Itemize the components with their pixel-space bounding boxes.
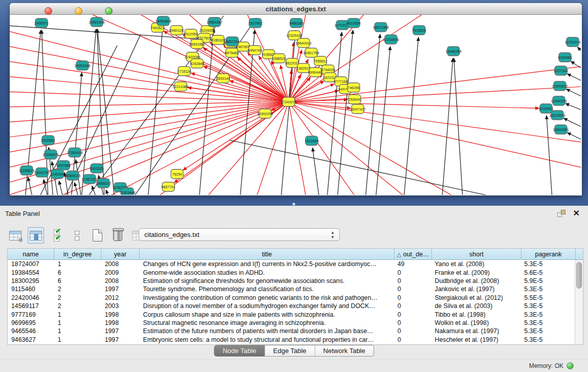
table-row[interactable]: 1938455462009Genome-wide association stu…	[8, 268, 575, 276]
graph-edge[interactable]	[567, 89, 581, 102]
graph-edge[interactable]	[230, 140, 486, 195]
graph-edge[interactable]	[289, 102, 460, 195]
float-panel-icon[interactable]	[557, 210, 565, 217]
table-row[interactable]: 1872400712008Changes of HCN gene express…	[8, 260, 575, 268]
graph-node[interactable]: 2718126	[177, 67, 191, 76]
graph-edge[interactable]	[404, 37, 419, 195]
unselect-all-columns-button[interactable]	[69, 227, 85, 244]
graph-node[interactable]: 7515526	[412, 26, 426, 35]
graph-node[interactable]: 12218596	[383, 35, 399, 44]
graph-node[interactable]: 7955812	[313, 56, 327, 65]
tab-network-table[interactable]: Network Table	[315, 345, 374, 356]
tab-edge-table[interactable]: Edge Table	[265, 345, 315, 356]
network-canvas[interactable]: 1724007118300295746382289601288912954232…	[10, 15, 581, 195]
graph-node[interactable]: 9242848	[190, 59, 204, 68]
column-header-title[interactable]: title	[140, 249, 395, 260]
table-row[interactable]: 946362711997Embryonic stem cells: a mode…	[8, 336, 575, 344]
graph-node[interactable]: 1145194	[51, 169, 64, 179]
graph-node[interactable]: 8215953	[539, 104, 553, 113]
graph-node[interactable]: 20891406	[89, 17, 104, 27]
tab-node-table[interactable]: Node Table	[214, 345, 265, 356]
graph-node[interactable]: 16961758	[303, 48, 319, 57]
graph-node[interactable]: 17359924	[67, 148, 82, 157]
graph-edge[interactable]	[10, 102, 289, 153]
graph-edge[interactable]	[568, 74, 581, 86]
delete-column-button[interactable]	[110, 227, 126, 244]
graph-node[interactable]: 16543382	[189, 39, 205, 49]
graph-node[interactable]: 9329966	[558, 53, 572, 62]
graph-node[interactable]: 18640910	[295, 38, 311, 48]
create-column-button[interactable]	[89, 227, 105, 244]
graph-node[interactable]: 8454749	[248, 46, 262, 55]
graph-node[interactable]: 9227343	[554, 66, 568, 75]
graph-edge[interactable]	[10, 102, 289, 107]
graph-edge[interactable]	[547, 116, 552, 195]
graph-node[interactable]: 746266	[347, 83, 360, 92]
graph-node[interactable]: 1588520	[272, 54, 286, 63]
graph-node[interactable]: 9857791	[161, 182, 175, 191]
graph-node[interactable]: 12093832	[552, 81, 568, 91]
graph-node[interactable]: 2620651	[41, 136, 55, 145]
graph-node[interactable]: 9097588	[56, 161, 70, 170]
graph-edge[interactable]	[289, 102, 307, 195]
graph-edge[interactable]	[454, 58, 463, 195]
table-row[interactable]: 946554611997Estimation of the future num…	[8, 327, 575, 335]
graph-node[interactable]: 18300295	[257, 109, 273, 118]
graph-edge[interactable]	[327, 32, 342, 195]
graph-node[interactable]: 11156829	[19, 166, 34, 175]
graph-edge[interactable]	[289, 86, 581, 102]
table-scrollbar[interactable]	[575, 260, 583, 344]
show-columns-button[interactable]	[28, 227, 44, 244]
graph-node[interactable]: 9875685	[225, 48, 238, 57]
graph-node[interactable]: 16671388	[373, 23, 388, 32]
graph-node[interactable]: 20206576	[42, 150, 58, 159]
graph-node[interactable]: 13942757	[34, 168, 50, 177]
graph-edge[interactable]	[442, 58, 453, 195]
table-row[interactable]: 1456911722003Disruption of a novel membe…	[8, 302, 575, 310]
close-panel-icon[interactable]: ✕	[573, 208, 580, 218]
graph-node[interactable]: 8990448	[308, 68, 322, 77]
graph-edge[interactable]	[289, 102, 358, 195]
graph-node[interactable]: 2803144	[216, 74, 230, 83]
graph-node[interactable]: 76254	[171, 169, 183, 179]
graph-node[interactable]: 29053346	[74, 61, 90, 70]
table-row[interactable]: 977716911998Corpus callosum shape and si…	[8, 310, 575, 318]
graph-edge[interactable]	[10, 76, 289, 102]
graph-node[interactable]: 8857224	[225, 37, 239, 46]
graph-node[interactable]: 1527902	[248, 18, 262, 28]
network-window-titlebar[interactable]: citations_edges.txt	[10, 3, 582, 15]
graph-node[interactable]: 8813054	[346, 18, 360, 28]
graph-node[interactable]: 2905572	[34, 18, 48, 28]
graph-edge[interactable]	[199, 29, 214, 195]
graph-node[interactable]: 15751074	[564, 37, 580, 47]
graph-node[interactable]: 16210643	[549, 111, 565, 120]
graph-edge[interactable]	[106, 190, 110, 195]
graph-node[interactable]: 8960128	[169, 26, 183, 35]
graph-node[interactable]: 12213389	[172, 82, 188, 91]
graph-node[interactable]: 12444155	[551, 96, 567, 105]
graph-node[interactable]: 8186328	[211, 35, 225, 45]
table-row[interactable]: 1830029562008Estimation of significance …	[8, 277, 575, 285]
graph-node[interactable]: 17240071	[280, 97, 296, 106]
graph-edge[interactable]	[568, 133, 581, 145]
graph-node[interactable]: 5901535	[90, 164, 103, 173]
table-row[interactable]: 2242004622012Investigating the contribut…	[8, 294, 575, 302]
column-header-short[interactable]: short	[432, 249, 521, 260]
graph-node[interactable]: 16648784	[445, 47, 461, 56]
graph-node[interactable]: 16047427	[350, 104, 365, 114]
table-scrollbar-thumb[interactable]	[576, 262, 582, 289]
graph-edge[interactable]	[289, 102, 539, 108]
table-source-selector[interactable]: citations_edges.txt ▲▼	[139, 228, 340, 241]
graph-edge[interactable]	[28, 178, 33, 195]
table-row[interactable]: 969969511998Structural magnetic resonanc…	[8, 319, 575, 327]
column-header-name[interactable]: name	[8, 249, 54, 260]
graph-edge[interactable]	[578, 47, 581, 63]
graph-node[interactable]: 9466160	[289, 18, 303, 28]
graph-node[interactable]: 15692951	[553, 125, 569, 134]
graph-node[interactable]: 8912954	[184, 29, 198, 38]
graph-node[interactable]: 10653287	[206, 17, 222, 27]
network-window[interactable]: citations_edges.txt 17240071183002957463…	[10, 3, 582, 195]
graph-node[interactable]: 253644	[349, 95, 361, 104]
column-header-year[interactable]: year	[101, 249, 140, 260]
memory-led-indicator[interactable]	[567, 362, 574, 369]
